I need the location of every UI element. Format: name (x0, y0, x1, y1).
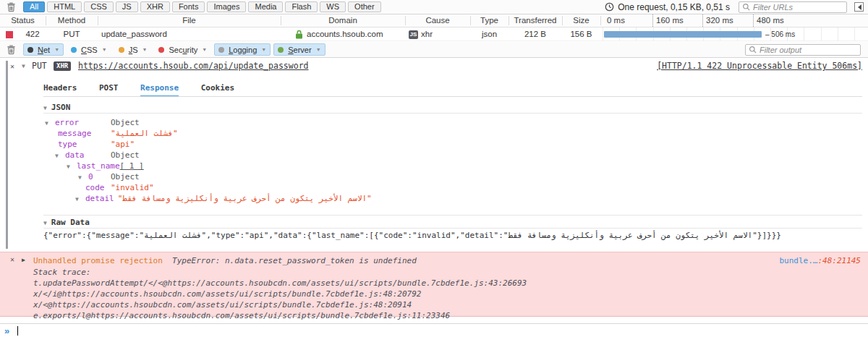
filter-tab-xhr[interactable]: XHR (140, 1, 170, 12)
tab-response[interactable]: Response (140, 83, 179, 97)
chevron-down-icon (261, 47, 266, 52)
tab-headers[interactable]: Headers (43, 83, 77, 95)
chevron-down-icon (102, 47, 107, 52)
chevron-down-icon (316, 47, 321, 52)
close-icon[interactable] (10, 255, 14, 263)
tree-row-type[interactable]: type"api" (43, 139, 862, 150)
chevron-down-icon (202, 47, 207, 52)
trash-icon (7, 2, 16, 12)
url-filter-box (739, 1, 847, 13)
raw-data-section-header[interactable]: Raw Data (43, 216, 862, 229)
collapse-arrow-icon[interactable] (67, 161, 77, 172)
filter-tab-js[interactable]: JS (116, 1, 138, 12)
console-filter-server[interactable]: Server (273, 43, 325, 56)
request-type: json (470, 27, 509, 41)
tree-row-message[interactable]: message"فشلت العملية" (43, 128, 862, 139)
message-method: PUT (32, 61, 47, 72)
clock-icon (605, 2, 614, 12)
filter-tab-other[interactable]: Other (348, 1, 381, 12)
toggle-sidebar-icon[interactable] (854, 2, 864, 12)
column-file[interactable]: File (98, 14, 281, 27)
section-divider (43, 215, 862, 216)
stack-frame[interactable]: x/<@https://accounts.hsoubcdn.com/assets… (33, 299, 412, 310)
collapse-arrow-icon[interactable] (78, 172, 88, 183)
close-icon[interactable] (10, 61, 14, 72)
source-file-link[interactable]: bundle.… (779, 256, 817, 265)
tree-row-data[interactable]: dataObject (43, 150, 862, 161)
tree-row-error[interactable]: errorObject (43, 117, 862, 128)
net-dot-icon (27, 47, 33, 53)
summary-text: One request, 0,15 KB, 0,51 s (618, 2, 730, 12)
console-input-line[interactable]: » (0, 323, 868, 337)
js-cause-badge: JS (409, 30, 418, 39)
xhr-badge: XHR (54, 61, 71, 71)
url-filter-input[interactable] (753, 3, 843, 12)
filter-tab-fonts[interactable]: Fonts (172, 1, 205, 12)
network-table-header: Status Method File Domain Cause Type Tra… (0, 14, 868, 27)
console-toolbar: Net CSS JS Security Logging Server (0, 42, 868, 58)
column-status[interactable]: Status (0, 14, 46, 27)
json-section-header[interactable]: JSON (43, 101, 862, 114)
column-divider (600, 16, 601, 25)
search-icon (749, 46, 757, 54)
tab-post[interactable]: POST (99, 83, 119, 95)
column-type[interactable]: Type (470, 14, 509, 27)
output-filter-input[interactable] (760, 46, 857, 54)
chevron-down-icon (142, 47, 148, 52)
console-filter-net[interactable]: Net (23, 43, 64, 56)
timeline-tick-160: 160 ms (652, 14, 684, 27)
tree-row-last-name[interactable]: last_name[ 1 ] (43, 161, 862, 171)
error-title-line: Unhandled promise rejection TypeError: n… (33, 255, 417, 266)
stack-trace-label: Stack trace: (33, 267, 90, 278)
collapse-arrow-icon (43, 220, 47, 226)
status-error-indicator (6, 31, 13, 38)
collapse-arrow-icon[interactable] (45, 118, 55, 129)
collapse-arrow-icon[interactable] (75, 194, 85, 205)
tree-row-detail[interactable]: detail"الاسم الأخير يتكون من أحرف عربية … (43, 193, 862, 204)
tab-cookies[interactable]: Cookies (201, 83, 234, 95)
filter-tab-images[interactable]: Images (207, 1, 246, 12)
filter-tab-flash[interactable]: Flash (285, 1, 318, 12)
column-size[interactable]: Size (562, 14, 600, 27)
clear-console-button[interactable] (4, 44, 17, 56)
column-method[interactable]: Method (46, 14, 98, 27)
json-tree: errorObject message"فشلت العملية" type"a… (43, 117, 862, 204)
collapse-arrow-icon[interactable] (22, 61, 25, 72)
stack-frame[interactable]: x/</i@https://accounts.hsoubcdn.com/asse… (33, 289, 421, 299)
clear-requests-button[interactable] (4, 1, 17, 13)
server-dot-icon (278, 47, 284, 53)
column-domain[interactable]: Domain (281, 14, 405, 27)
requests-summary: One request, 0,15 KB, 0,51 s (605, 2, 730, 12)
raw-response-text: {"error":{"message":"فشلت العملية","type… (43, 231, 862, 240)
secure-lock-icon (295, 30, 303, 39)
stack-frame[interactable]: e.exports/l@https://accounts.hsoubcdn.co… (33, 310, 450, 321)
column-cause[interactable]: Cause (405, 14, 470, 27)
filter-tab-ws[interactable]: WS (320, 1, 346, 12)
request-transferred: 212 B (509, 27, 562, 41)
request-url-link[interactable]: https://accounts.hsoub.com/api/update_pa… (78, 61, 309, 72)
tree-row-0[interactable]: 0Object (43, 171, 862, 182)
filter-tab-all[interactable]: All (23, 1, 45, 12)
filter-tab-html[interactable]: HTML (47, 1, 82, 12)
tree-row-code[interactable]: code"invalid" (43, 182, 862, 193)
console-filter-css[interactable]: CSS (67, 43, 111, 56)
request-row[interactable]: 422 PUT update_password accounts.hsoub.c… (0, 27, 868, 41)
filter-tab-css[interactable]: CSS (84, 1, 114, 12)
timeline-tick-0: 0 ms (604, 14, 625, 27)
http-status-link[interactable]: [HTTP/1.1 422 Unprocessable Entity 506ms… (657, 61, 862, 72)
collapse-arrow-icon[interactable] (55, 150, 65, 161)
request-domain: accounts.hsoub.com (307, 27, 383, 41)
logging-dot-icon (218, 47, 224, 53)
console-filter-security[interactable]: Security (154, 43, 211, 56)
expand-arrow-icon[interactable] (22, 257, 25, 263)
column-transferred[interactable]: Transferred (509, 14, 562, 27)
column-divider (98, 16, 98, 25)
console-filter-logging[interactable]: Logging (214, 43, 271, 56)
network-message-line: PUT XHR https://accounts.hsoub.com/api/u… (0, 61, 868, 72)
output-filter-box (745, 44, 861, 56)
stack-frame[interactable]: t.updatePasswordAttempt/</<@https://acco… (33, 278, 527, 289)
network-toolbar: All HTML CSS JS XHR Fonts Images Media F… (0, 0, 868, 14)
filter-tab-media[interactable]: Media (248, 1, 283, 12)
request-cause: xhr (421, 27, 433, 41)
console-filter-js[interactable]: JS (114, 43, 152, 56)
